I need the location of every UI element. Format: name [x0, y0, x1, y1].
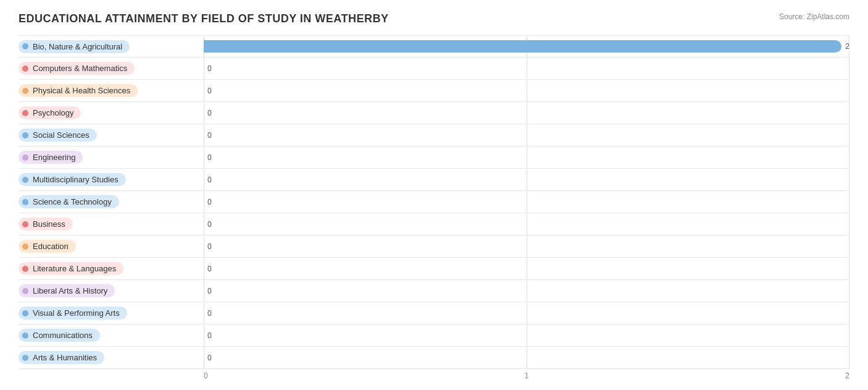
chart-title: EDUCATIONAL ATTAINMENT BY FIELD OF STUDY…: [19, 12, 389, 25]
bar-value-area: 0: [204, 258, 849, 279]
bar-value-area: 2: [204, 36, 849, 57]
bar-row: Psychology0: [19, 102, 849, 124]
bar-label-text: Bio, Nature & Agricultural: [33, 42, 122, 51]
bar-value-label: 0: [207, 64, 212, 73]
bar-label-text: Engineering: [33, 153, 75, 162]
bar-label-text: Business: [33, 219, 65, 229]
bar-label-area: Liberal Arts & History: [19, 284, 204, 297]
bar-row: Science & Technology0: [19, 191, 849, 213]
bar-label-pill: Education: [19, 240, 76, 253]
bar-fill: [204, 40, 841, 53]
bar-label-text: Computers & Mathematics: [33, 64, 127, 73]
bar-label-area: Social Sciences: [19, 129, 204, 142]
bar-label-area: Business: [19, 218, 204, 231]
bar-label-dot: [22, 66, 28, 72]
bar-row: Business0: [19, 213, 849, 235]
bar-label-text: Arts & Humanities: [33, 353, 97, 362]
bar-label-dot: [22, 177, 28, 183]
bar-value-label: 0: [207, 176, 212, 184]
bar-label-text: Literature & Languages: [33, 264, 116, 273]
bar-label-dot: [22, 288, 28, 294]
x-axis-tick: 2: [845, 371, 849, 380]
bar-label-area: Multidisciplinary Studies: [19, 173, 204, 186]
bar-value-label: 0: [207, 153, 212, 162]
bar-label-pill: Communications: [19, 329, 100, 342]
bar-value-label: 0: [207, 198, 212, 206]
bar-label-area: Science & Technology: [19, 195, 204, 208]
bar-label-pill: Psychology: [19, 106, 81, 119]
bar-label-text: Visual & Performing Arts: [33, 308, 120, 318]
bar-label-area: Bio, Nature & Agricultural: [19, 40, 204, 53]
bar-label-dot: [22, 221, 28, 227]
bar-row: Liberal Arts & History0: [19, 280, 849, 302]
bar-label-dot: [22, 333, 28, 339]
bar-label-text: Education: [33, 242, 69, 251]
bar-label-pill: Arts & Humanities: [19, 351, 104, 364]
bar-value-area: 0: [204, 102, 849, 124]
bar-label-pill: Liberal Arts & History: [19, 284, 115, 297]
x-axis: 012: [19, 371, 849, 380]
bar-label-text: Liberal Arts & History: [33, 286, 107, 295]
bar-label-area: Psychology: [19, 106, 204, 119]
bar-value-area: 0: [204, 347, 849, 368]
bar-value-area: 0: [204, 302, 849, 324]
bar-row: Arts & Humanities0: [19, 347, 849, 369]
bar-label-dot: [22, 88, 28, 94]
bar-label-area: Visual & Performing Arts: [19, 307, 204, 320]
bar-value-label: 0: [207, 131, 212, 140]
bar-row: Computers & Mathematics0: [19, 57, 849, 80]
bar-row: Education0: [19, 235, 849, 258]
bar-label-pill: Literature & Languages: [19, 262, 123, 275]
bar-value-label: 0: [207, 242, 212, 251]
bar-label-pill: Business: [19, 218, 73, 231]
bar-label-area: Computers & Mathematics: [19, 62, 204, 75]
bar-label-pill: Computers & Mathematics: [19, 62, 135, 75]
bar-label-pill: Social Sciences: [19, 129, 97, 142]
chart-source: Source: ZipAtlas.com: [779, 12, 849, 21]
bar-row: Multidisciplinary Studies0: [19, 169, 849, 191]
bar-label-text: Physical & Health Sciences: [33, 86, 130, 95]
bar-label-area: Communications: [19, 329, 204, 342]
bar-row: Visual & Performing Arts0: [19, 302, 849, 324]
bar-label-text: Social Sciences: [33, 130, 90, 140]
bar-label-dot: [22, 155, 28, 161]
bar-value-area: 0: [204, 124, 849, 146]
bar-value-area: 0: [204, 80, 849, 101]
bar-row: Physical & Health Sciences0: [19, 80, 849, 102]
bar-value-label: 0: [207, 354, 212, 362]
bar-label-area: Engineering: [19, 151, 204, 164]
bar-label-dot: [22, 132, 28, 138]
bars-section: Bio, Nature & Agricultural2Computers & M…: [19, 35, 849, 369]
x-axis-tick: 0: [204, 371, 208, 380]
bar-label-text: Psychology: [33, 108, 73, 117]
bar-label-dot: [22, 310, 28, 316]
bar-value-label: 0: [207, 331, 212, 340]
bar-label-text: Science & Technology: [33, 197, 112, 206]
chart-header: EDUCATIONAL ATTAINMENT BY FIELD OF STUDY…: [19, 12, 849, 25]
bar-label-pill: Bio, Nature & Agricultural: [19, 40, 130, 53]
bar-value-label: 0: [207, 109, 212, 117]
bar-row: Engineering0: [19, 146, 849, 169]
bar-label-dot: [22, 266, 28, 272]
x-axis-tick: 1: [525, 371, 529, 380]
bar-value-label: 0: [207, 309, 212, 318]
bar-label-area: Arts & Humanities: [19, 351, 204, 364]
bar-label-area: Physical & Health Sciences: [19, 84, 204, 97]
bar-value-area: 0: [204, 213, 849, 235]
bar-value-label: 0: [207, 265, 212, 273]
bar-row: Literature & Languages0: [19, 258, 849, 280]
bar-value-label: 2: [845, 42, 849, 51]
bar-label-text: Multidisciplinary Studies: [33, 175, 119, 184]
bar-label-pill: Engineering: [19, 151, 83, 164]
bar-label-pill: Physical & Health Sciences: [19, 84, 138, 97]
bar-row: Communications0: [19, 324, 849, 347]
bar-value-label: 0: [207, 287, 212, 295]
chart-container: EDUCATIONAL ATTAINMENT BY FIELD OF STUDY…: [19, 12, 849, 380]
bar-row: Social Sciences0: [19, 124, 849, 146]
bar-label-area: Education: [19, 240, 204, 253]
bar-row: Bio, Nature & Agricultural2: [19, 35, 849, 57]
bar-label-pill: Visual & Performing Arts: [19, 307, 127, 320]
bar-label-pill: Multidisciplinary Studies: [19, 173, 126, 186]
bar-value-area: 0: [204, 235, 849, 257]
bar-value-area: 0: [204, 57, 849, 79]
